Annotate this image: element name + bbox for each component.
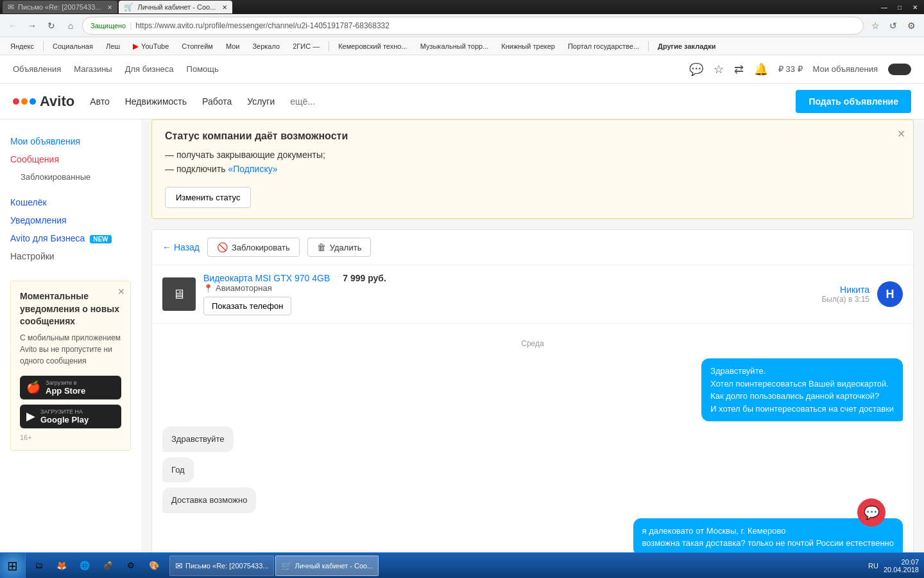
dot-red [13,98,19,105]
lang-indicator[interactable]: RU [868,562,878,570]
sidebar-avito-business[interactable]: Avito для Бизнеса NEW [10,229,131,247]
browser-window: ✉ Письмо «Re: [20075433... ✕ 🛒 Личный ка… [0,0,924,552]
bookmark-stopgame[interactable]: Стопгейм [176,39,218,53]
bookmark-yandex[interactable]: Яндекс [5,39,39,53]
top-nav-icons: 💬 ☆ ⇄ 🔔 ₽ 33 ₽ Мои объявления [689,62,911,76]
back-button[interactable]: ← [5,18,21,33]
floating-chat-button[interactable]: 💬 [857,498,886,527]
bookmark-social[interactable]: Социальная [47,39,98,53]
sidebar-wallet[interactable]: Кошелёк [10,193,131,211]
promo-close-button[interactable]: ✕ [117,286,125,297]
taskbar-explorer[interactable]: 🗂 [28,556,49,576]
maximize-button[interactable]: □ [893,2,906,12]
sidebar-blocked[interactable]: Заблокированные [10,168,131,186]
product-name-link[interactable]: Видеокарта MSI GTX 970 4GB [203,273,330,283]
home-button[interactable]: ⌂ [63,18,78,33]
messages-area: Среда Здравствуйте.Хотел поинтересоватьс… [152,324,913,552]
compare-icon[interactable]: ⇄ [734,62,744,76]
bookmark-other[interactable]: Другие закладки [653,39,721,53]
close-button[interactable]: ✕ [909,2,921,12]
reload-button[interactable]: ↻ [44,18,59,33]
refresh-icon[interactable]: ↺ [886,18,901,33]
bookmark-music[interactable]: Музыкальный торр... [415,39,494,53]
my-ads-link[interactable]: Мои объявления [813,64,878,74]
nav-jobs[interactable]: Работа [202,96,232,107]
bookmark-sep-3 [648,41,649,51]
message-row-2: Год [162,457,903,483]
avito-logo[interactable]: Avito [13,93,74,110]
sidebar-messages[interactable]: Сообщения [10,150,131,168]
settings-icon[interactable]: ⚙ [903,18,919,33]
clock-date: 20.04.2018 [884,566,919,574]
browser-tab-2[interactable]: 🛒 Личный кабинет - Coo... ✕ [119,1,232,13]
banner-close-button[interactable]: ✕ [897,128,905,140]
subscription-link[interactable]: «Подписку» [228,164,277,174]
bookmark-mirror[interactable]: Зеркало [247,39,285,53]
chat-user-avatar[interactable]: Н [877,281,903,307]
title-bar: ✉ Письмо «Re: [20075433... ✕ 🛒 Личный ка… [0,0,924,14]
product-price: 7 999 руб. [343,273,386,283]
sidebar-notifications[interactable]: Уведомления [10,211,131,229]
banner-item-1: — получать закрывающие документы; [165,150,900,160]
nav-link-help[interactable]: Помощь [187,64,219,74]
start-button[interactable]: ⊞ [0,553,26,579]
app-store-sub: Загрузите в [46,380,85,386]
window-controls: — □ ✕ [878,2,921,12]
page-content: Объявления Магазины Для бизнеса Помощь 💬… [0,55,924,552]
post-ad-button[interactable]: Подать объявление [796,90,911,113]
tab-icon-2: 🛒 [124,3,133,12]
bookmark-lesh[interactable]: Леш [101,39,125,53]
bookmark-kemerovo[interactable]: Кемеровский техно... [333,39,412,53]
tab-close-2[interactable]: ✕ [222,4,227,11]
bookmark-my[interactable]: Мои [221,39,245,53]
nav-auto[interactable]: Авто [90,96,110,107]
delete-button[interactable]: 🗑 Удалить [307,238,372,257]
change-status-button[interactable]: Изменить статус [165,187,251,208]
tab-close-1[interactable]: ✕ [107,4,112,11]
star-icon[interactable]: ☆ [714,62,724,76]
forward-button[interactable]: → [24,18,40,33]
taskbar-window-2[interactable]: 🛒 Личный кабинет - Coo... [275,556,379,576]
location-text: Авиамоторная [216,283,272,293]
block-button[interactable]: 🚫 Заблокировать [207,238,300,257]
browser-tab-1[interactable]: ✉ Письмо «Re: [20075433... ✕ [3,1,117,13]
nav-link-business[interactable]: Для бизнеса [125,64,174,74]
user-avatar[interactable] [888,64,911,75]
minimize-button[interactable]: — [878,2,891,12]
nav-link-shops[interactable]: Магазины [74,64,112,74]
taskbar-opera[interactable]: 💣 [98,556,118,576]
chat-user-name[interactable]: Никита [821,285,869,295]
nav-more[interactable]: ещё... [290,96,315,107]
chat-user-info: Никита Был(а) в 3:15 [821,285,869,304]
taskbar-chrome[interactable]: 🌐 [74,556,95,576]
windows-icon: ⊞ [7,558,18,574]
block-icon: 🚫 [217,242,228,252]
bookmark-icon[interactable]: ☆ [868,18,883,33]
taskbar-teamviewer[interactable]: ⚙ [121,556,141,576]
back-link[interactable]: ← Назад [162,242,200,252]
chat-icon[interactable]: 💬 [689,62,703,76]
nav-realty[interactable]: Недвижимость [125,96,187,107]
sidebar-settings[interactable]: Настройки [10,247,131,265]
bookmark-portal[interactable]: Портал государстве... [563,39,644,53]
show-phone-button[interactable]: Показать телефон [203,297,291,315]
clock[interactable]: 20:07 20.04.2018 [884,558,919,574]
bookmark-2gis[interactable]: 2ГИС — [287,39,325,53]
bookmark-sep-2 [329,41,329,51]
sidebar-my-ads[interactable]: Мои объявления [10,132,131,150]
taskbar-firefox[interactable]: 🦊 [51,556,72,576]
taskbar-paint[interactable]: 🎨 [144,556,164,576]
address-input[interactable]: Защищено | https://www.avito.ru/profile/… [82,17,864,35]
google-play-button[interactable]: ▶ ЗАГРУЗИТЕ НА Google Play [20,405,121,428]
message-row-4: я далековато от Москвы, г. Кемерововозмо… [162,518,903,553]
system-tray: RU 20:07 20.04.2018 [863,558,924,574]
nav-services[interactable]: Услуги [247,96,275,107]
bookmark-books[interactable]: Книжный трекер [496,39,560,53]
taskbar-window-1[interactable]: ✉ Письмо «Re: [20075433... [169,556,274,576]
balance-display[interactable]: ₽ 33 ₽ [778,64,803,74]
app-store-button[interactable]: 🍎 Загрузите в App Store [20,376,121,399]
app-store-main: App Store [46,386,85,396]
bell-icon[interactable]: 🔔 [754,62,768,76]
nav-link-ads[interactable]: Объявления [13,64,61,74]
bookmark-youtube[interactable]: ▶ YouTube [128,39,174,53]
